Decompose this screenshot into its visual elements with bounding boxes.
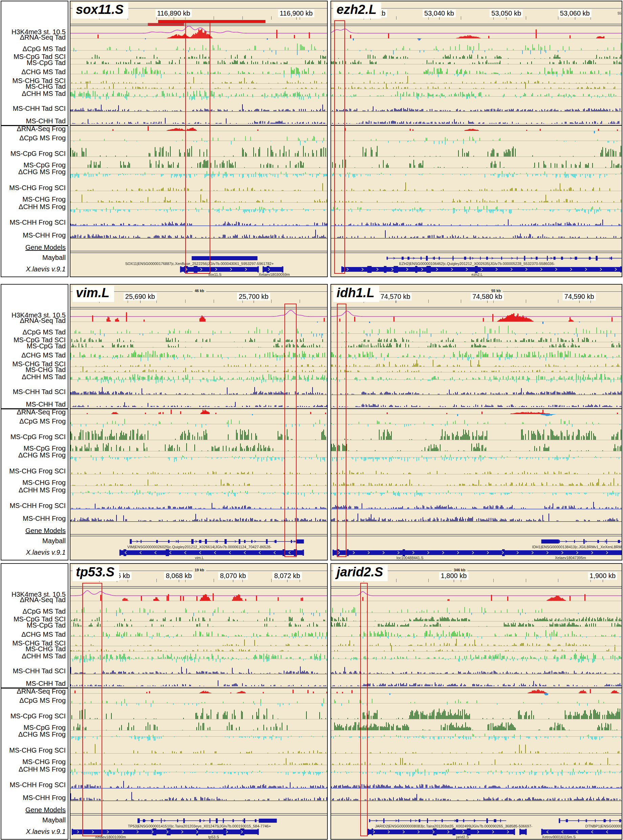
track-label-ms-chh-tad: MS-CHH Tad <box>26 401 66 408</box>
ruler-scale-label: 55 kb <box>489 289 503 293</box>
track-label--chg-ms-frog: ΔCHG MS Frog <box>18 452 66 458</box>
panel-jarid2: jarid2.S1,800 kb1,900 kb346 kbJARID2|ENS… <box>330 563 622 840</box>
track-label--cpg-ms-tad: ΔCpG MS Tad <box>23 45 66 52</box>
track-label-ms-chg-frog: MS-CHG Frog <box>22 758 66 765</box>
track-label--rna-seq-frog: ΔRNA-Seq Frog <box>17 688 66 695</box>
track-label-x-laevis-v-9-1: X.laevis v.9.1 <box>26 828 66 835</box>
track-label--cpg-ms-frog: ΔCpG MS Frog <box>19 418 66 425</box>
highlight-box-vim <box>284 304 296 557</box>
panel-tp53: tp53.S8,066 kb8,068 kb8,070 kb8,072 kb19… <box>70 563 328 840</box>
ruler-tick-label: 53,040 kb <box>422 9 456 17</box>
track-label--rna-seq-tad: ΔRNA-Seq Tad <box>20 34 66 41</box>
ruler-tick-label: 74,590 kb <box>563 293 596 300</box>
track-label-x-laevis-v-9-1: X.laevis v.9.1 <box>26 266 66 272</box>
track-label-ms-chg-frog-sci: MS-CHG Frog SCI <box>9 468 66 474</box>
gene-name-label: loc100488441.S <box>396 556 424 560</box>
panel-vim: vim.L25,690 kb25,700 kb46 kbVIM|ENSG0000… <box>70 284 328 560</box>
ruler-tick-label: 1,900 kb <box>588 572 617 580</box>
track-label--rna-seq-frog: ΔRNA-Seq Frog <box>17 409 66 415</box>
gene-name-label: Xetrov90016115m.S <box>542 835 575 839</box>
gene-name-label: Xelaev18030059m <box>259 272 290 277</box>
track-label-ms-chh-frog: MS-CHH Frog <box>23 232 66 238</box>
tracks-canvas-idh1 <box>331 285 622 560</box>
gene-id-label: IDH1|ENSG00000138413|c.JGIL8RMv1_XeXenL8… <box>532 545 622 549</box>
track-label-ms-cpg-tad: MS-CpG Tad <box>27 343 66 349</box>
track-label-ms-chg-tad: MS-CHG Tad <box>25 646 66 652</box>
track-label-ms-chg-frog: MS-CHG Frog <box>22 479 66 486</box>
gene-name-label: tp53.S <box>208 835 219 839</box>
track-label-column: H3K4me3 st. 10.5ΔRNA-Seq TadΔCpG MS TadM… <box>1 563 68 840</box>
track-label-ms-chh-tad-sci: MS-CHH Tad SCI <box>13 105 66 112</box>
gene-title-ezh2: ezh2.L <box>333 2 381 18</box>
gene-title-idh1: idh1.L <box>333 286 379 302</box>
tracks-canvas-tp53 <box>71 564 328 840</box>
track-label-ms-cpg-frog: MS-CpG Frog <box>24 724 66 731</box>
track-label--chh-ms-frog: ΔCHH MS Frog <box>18 766 66 772</box>
gene-id-label: VIM|ENSG00000026025|c.Quigley201212_X026… <box>127 545 272 549</box>
gene-id-label: JARID2|ENSG00000008083|c.Taira201203st35… <box>375 824 532 828</box>
track-label--rna-seq-tad: ΔRNA-Seq Tad <box>20 317 66 324</box>
track-label-ms-chh-tad: MS-CHH Tad <box>26 680 66 687</box>
track-label--chg-ms-tad: ΔCHG MS Tad <box>21 68 66 75</box>
gene-title-tp53: tp53.S <box>72 565 119 581</box>
track-label-ms-cpg-frog-sci: MS-CpG Frog SCI <box>11 150 66 157</box>
track-label-ms-chh-tad-sci: MS-CHH Tad SCI <box>13 668 66 674</box>
track-label-gene-models: Gene Models <box>25 244 66 251</box>
ruler-tick-label: 74,580 kb <box>471 293 504 300</box>
ruler-tick-label: 116,900 kb <box>278 9 315 17</box>
gene-title-vim: vim.L <box>72 286 114 302</box>
track-label--chg-ms-tad: ΔCHG MS Tad <box>21 352 66 358</box>
ruler-tick-label: 25,690 kb <box>124 293 157 300</box>
track-label--chh-ms-frog: ΔCHH MS Frog <box>18 486 66 493</box>
gene-name-label: Xelaev18047395m <box>555 556 586 560</box>
highlight-box-tp53 <box>82 583 102 836</box>
track-label-mayball: Mayball <box>42 817 66 823</box>
gene-id-label: TP53|ENSG00000141510|c.Taira201203eye_X0… <box>128 824 271 828</box>
track-label-ms-chh-frog-sci: MS-CHH Frog SCI <box>9 782 66 788</box>
track-label--rna-seq-frog: ΔRNA-Seq Frog <box>17 125 66 132</box>
ruler-scale-label: 19 kb <box>193 568 206 572</box>
track-label--cpg-ms-tad: ΔCpG MS Tad <box>23 608 66 615</box>
gene-name-label: vim.L <box>195 556 204 560</box>
tad-frog-separator <box>2 125 68 126</box>
track-label--chg-ms-frog: ΔCHG MS Frog <box>18 168 66 175</box>
tad-frog-separator <box>2 688 68 689</box>
track-label-column: H3K4me3 st. 10.5ΔRNA-Seq TadΔCpG MS TadM… <box>1 1 68 277</box>
ruler-tick-label: 1,800 kb <box>439 572 469 580</box>
track-label-ms-chh-frog: MS-CHH Frog <box>23 794 66 801</box>
track-label-ms-chh-tad-sci: MS-CHH Tad SCI <box>13 388 66 395</box>
track-label-ms-cpg-frog: MS-CpG Frog <box>24 445 66 452</box>
panel-idh1: idh1.L74,570 kb74,580 kb74,590 kb55 kbID… <box>330 284 622 560</box>
panel-ezh2: ezh2.L53,030 kb53,040 kb53,050 kb53,060 … <box>330 1 622 277</box>
track-label-ms-cpg-frog: MS-CpG Frog <box>24 162 66 168</box>
gene-name-label: jarid2.S <box>456 835 469 839</box>
ruler-tick-label: 25,700 kb <box>237 293 270 300</box>
track-label--chh-ms-tad: ΔCHH MS Tad <box>21 652 66 659</box>
track-label-ms-cpg-frog-sci: MS-CpG Frog SCI <box>11 433 66 440</box>
ruler-tick-label: 53,060 kb <box>559 9 592 17</box>
track-label--chg-ms-frog: ΔCHG MS Frog <box>18 731 66 738</box>
highlight-box-ezh2 <box>334 20 345 274</box>
gene-title-jarid2: jarid2.S <box>333 565 388 581</box>
track-label-ms-chg-frog-sci: MS-CHG Frog SCI <box>9 747 66 754</box>
track-label-ms-chg-frog: MS-CHG Frog <box>22 196 66 203</box>
tracks-canvas-ezh2 <box>331 2 622 277</box>
track-label--chh-ms-tad: ΔCHH MS Tad <box>21 374 66 380</box>
track-label--cpg-ms-tad: ΔCpG MS Tad <box>23 329 66 335</box>
gene-name-label: ezh2.L <box>471 272 482 277</box>
track-label--cpg-ms-frog: ΔCpG MS Frog <box>19 697 66 704</box>
panel-sox11: sox11.S116,890 kb116,900 kbSOX11|ENSG000… <box>70 1 328 277</box>
track-label-gene-models: Gene Models <box>25 806 66 813</box>
ruler-tick-label: 8,068 kb <box>164 572 194 580</box>
track-label--cpg-ms-frog: ΔCpG MS Frog <box>19 134 66 141</box>
gene-id-label: EZH2|ENSG00000106462|c.Quigley201212_X00… <box>399 262 555 266</box>
track-label-ms-cpg-tad: MS-CpG Tad <box>27 622 66 629</box>
ruler-tick-label: 74,570 kb <box>379 293 412 300</box>
ruler-tick-label: 116,890 kb <box>155 9 192 17</box>
track-label-gene-models: Gene Models <box>25 527 66 534</box>
highlight-box-idh1 <box>337 304 346 557</box>
track-label-ms-cpg-tad: MS-CpG Tad <box>27 59 66 66</box>
track-label-ms-chh-tad: MS-CHH Tad <box>26 118 66 125</box>
track-label--chh-ms-frog: ΔCHH MS Frog <box>18 203 66 210</box>
track-label-column: H3K4me3 st. 10.5ΔRNA-Seq TadΔCpG MS TadM… <box>1 284 68 560</box>
